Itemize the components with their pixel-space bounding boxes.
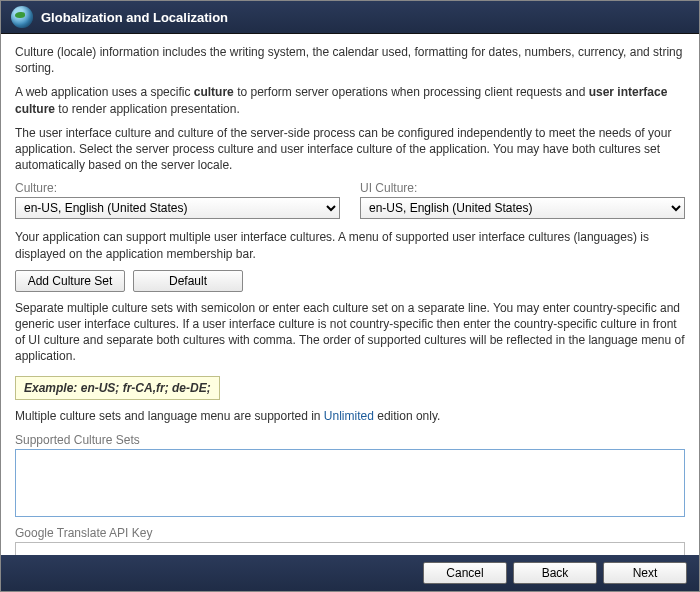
multi-text-2: Separate multiple culture sets with semi…: [15, 300, 685, 365]
supported-sets-label: Supported Culture Sets: [15, 433, 685, 447]
culture-select[interactable]: en-US, English (United States): [15, 197, 340, 219]
example-box: Example: en-US; fr-CA,fr; de-DE;: [15, 376, 220, 400]
ui-culture-select[interactable]: en-US, English (United States): [360, 197, 685, 219]
intro-text-1: Culture (locale) information includes th…: [15, 44, 685, 76]
cancel-button[interactable]: Cancel: [423, 562, 507, 584]
intro-text-3: The user interface culture and culture o…: [15, 125, 685, 174]
wizard-footer: Cancel Back Next: [1, 555, 699, 591]
ui-culture-label: UI Culture:: [360, 181, 685, 195]
default-button[interactable]: Default: [133, 270, 243, 292]
supported-culture-sets-input[interactable]: [15, 449, 685, 517]
back-button[interactable]: Back: [513, 562, 597, 584]
globe-icon: [11, 6, 33, 28]
intro-text-2: A web application uses a specific cultur…: [15, 84, 685, 116]
culture-label: Culture:: [15, 181, 340, 195]
multi-text-1: Your application can support multiple us…: [15, 229, 685, 261]
api-key-label: Google Translate API Key: [15, 526, 685, 540]
content-area: Culture (locale) information includes th…: [1, 34, 699, 592]
page-header: Globalization and Localization: [1, 1, 699, 34]
unlimited-link[interactable]: Unlimited: [324, 409, 374, 423]
next-button[interactable]: Next: [603, 562, 687, 584]
add-culture-set-button[interactable]: Add Culture Set: [15, 270, 125, 292]
page-title: Globalization and Localization: [41, 10, 228, 25]
edition-note: Multiple culture sets and language menu …: [15, 408, 685, 424]
